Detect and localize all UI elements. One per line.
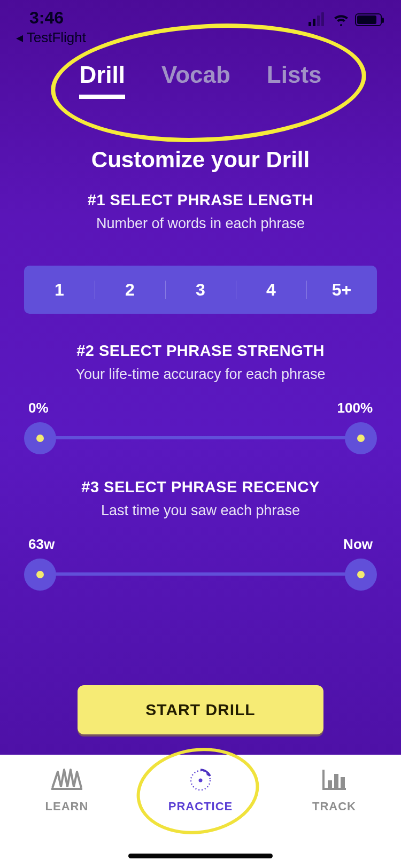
chart-icon (319, 766, 349, 792)
wifi-icon (333, 13, 350, 26)
tabbar-track[interactable]: TRACK (267, 755, 401, 868)
svg-rect-2 (328, 780, 332, 788)
recency-knob-min[interactable] (24, 559, 56, 591)
tabbar-practice[interactable]: PRACTICE (134, 755, 267, 868)
recency-max-label: Now (343, 536, 373, 553)
length-option-4[interactable]: 4 (236, 276, 306, 303)
phrase-length-selector[interactable]: 1 2 3 4 5+ (24, 266, 377, 314)
tab-lists[interactable]: Lists (267, 61, 322, 99)
svg-rect-4 (341, 777, 345, 788)
status-time: 3:46 (29, 8, 64, 28)
section2-heading: #2 SELECT PHRASE STRENGTH (24, 342, 377, 360)
top-tabs: Drill Vocab Lists (0, 61, 401, 99)
home-indicator[interactable] (128, 854, 273, 858)
start-drill-button[interactable]: START DRILL (78, 685, 323, 734)
recency-min-label: 63w (28, 536, 55, 553)
tabbar-track-label: TRACK (312, 800, 356, 813)
section-phrase-strength: #2 SELECT PHRASE STRENGTH Your life-time… (24, 342, 377, 459)
page-title: Customize your Drill (0, 147, 401, 173)
status-icons (309, 13, 382, 26)
svg-point-1 (199, 779, 203, 782)
strength-track (39, 436, 362, 439)
tabbar-practice-label: PRACTICE (168, 800, 233, 813)
strength-min-label: 0% (28, 400, 49, 416)
recency-slider[interactable]: 63w Now (24, 536, 377, 595)
strength-max-label: 100% (337, 400, 373, 416)
app-screen: 3:46 ◂ TestFlight Drill Vocab Lists Cust… (0, 0, 401, 868)
length-option-1[interactable]: 1 (24, 276, 95, 303)
recency-track (39, 572, 362, 576)
back-to-testflight[interactable]: ◂ TestFlight (16, 29, 86, 46)
section3-subtitle: Last time you saw each phrase (24, 502, 377, 519)
tabbar-learn[interactable]: LEARN (0, 755, 134, 868)
practice-icon (186, 766, 215, 792)
section3-heading: #3 SELECT PHRASE RECENCY (24, 478, 377, 496)
strength-knob-max[interactable] (345, 422, 377, 454)
tab-vocab[interactable]: Vocab (161, 61, 230, 99)
strength-knob-min[interactable] (24, 422, 56, 454)
recency-knob-max[interactable] (345, 559, 377, 591)
length-option-5plus[interactable]: 5+ (306, 276, 377, 303)
strength-slider[interactable]: 0% 100% (24, 400, 377, 459)
status-bar: 3:46 ◂ TestFlight (0, 0, 401, 48)
section2-subtitle: Your life-time accuracy for each phrase (24, 366, 377, 383)
section-phrase-recency: #3 SELECT PHRASE RECENCY Last time you s… (24, 478, 377, 595)
section-phrase-length: #1 SELECT PHRASE LENGTH Number of words … (24, 191, 377, 232)
cellular-icon (309, 13, 324, 26)
section1-subtitle: Number of words in each phrase (24, 215, 377, 232)
tabbar-learn-label: LEARN (45, 800, 89, 813)
length-option-2[interactable]: 2 (95, 276, 165, 303)
length-option-3[interactable]: 3 (165, 276, 236, 303)
book-icon (50, 766, 83, 792)
svg-rect-3 (334, 774, 338, 788)
battery-icon (355, 13, 382, 26)
tab-drill[interactable]: Drill (79, 61, 125, 99)
bottom-tabbar: LEARN PRACTICE TRACK (0, 755, 401, 868)
section1-heading: #1 SELECT PHRASE LENGTH (24, 191, 377, 209)
